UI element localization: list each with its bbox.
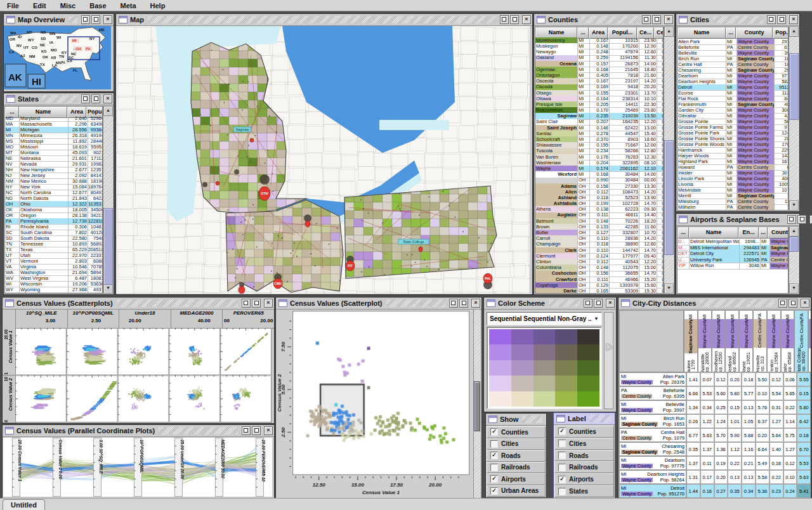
distance-cell[interactable]: 5.65 xyxy=(783,386,797,400)
table-row[interactable]: ChampaignOH0.1183889012.6003.09 xyxy=(535,242,663,247)
table-row[interactable]: Harper WoodsMIWayne County14254 xyxy=(678,153,788,159)
table-row[interactable]: U...University Park126945PACentre Co... xyxy=(678,257,788,263)
distance-cell[interactable]: 0.15 xyxy=(728,400,742,414)
distance-cell[interactable]: 0.31 xyxy=(769,400,783,414)
column-header[interactable]: ... xyxy=(759,227,768,239)
distance-cell[interactable]: 1.27 xyxy=(783,442,797,456)
close-button[interactable]: × xyxy=(103,95,112,103)
minimize-button[interactable] xyxy=(500,15,509,24)
table-row[interactable]: TNTennessee10.8935689283 xyxy=(5,241,102,247)
distance-row[interactable]: MIDearborn HeightsWayne CountyPop. 58264… xyxy=(619,470,810,484)
table-row[interactable]: BellevilleMIWayne County3997 xyxy=(678,50,788,56)
distance-cell[interactable]: 0.20 xyxy=(756,428,769,442)
color-swatch[interactable] xyxy=(555,344,577,360)
color-swatch[interactable] xyxy=(511,391,534,407)
titlebar-airports[interactable]: Airports & Seaplane Bases × xyxy=(676,214,799,226)
table-row[interactable]: PAPennsylvania12.73912281054 xyxy=(5,218,102,224)
close-button[interactable]: × xyxy=(664,15,673,24)
vertical-scrollbar[interactable]: ▲▼ xyxy=(103,106,113,294)
scroll-down-button[interactable]: ▼ xyxy=(103,284,113,294)
checkbox-row-airports[interactable]: ✓Airports xyxy=(554,473,614,485)
table-row[interactable]: GibraltarMIWayne County4264 xyxy=(678,113,788,119)
table-row[interactable]: ClintonOH0.1124054312.2003.15 xyxy=(535,259,663,265)
color-swatch[interactable] xyxy=(489,344,511,360)
titlebar-show[interactable]: Show xyxy=(486,414,546,426)
table-row[interactable]: ShiawasseeMI0.1557168712.0003.40 xyxy=(535,142,663,148)
table-row[interactable]: OKOklahoma18.0053450654 xyxy=(5,207,102,213)
table-row[interactable]: MerrillMISaginaw County782 xyxy=(678,193,788,199)
color-swatch[interactable] xyxy=(577,391,599,407)
table-row[interactable]: AthensOH0.1386222309.3003.33 xyxy=(535,206,663,212)
distance-cell[interactable]: 0.07 xyxy=(700,372,714,386)
checkbox[interactable] xyxy=(490,464,498,471)
distance-cell[interactable]: 5.41 xyxy=(797,484,811,498)
distance-column-header[interactable]: MIWayne CountyWyandottePop. 28006 xyxy=(698,310,712,372)
titlebar-states[interactable]: States × xyxy=(4,93,114,105)
checkbox-row-roads[interactable]: Roads xyxy=(554,450,614,462)
minimize-button[interactable] xyxy=(81,15,90,24)
distance-cell[interactable]: 1.27 xyxy=(769,414,783,428)
color-swatch[interactable] xyxy=(534,391,556,407)
vertical-scrollbar[interactable]: ▲▼ xyxy=(789,27,799,211)
distance-cell[interactable]: 5.54 xyxy=(769,386,783,400)
table-row[interactable]: OsceolaMI0.1672319714.2002.53 xyxy=(535,78,663,84)
checkbox[interactable]: ✓ xyxy=(490,475,498,483)
distance-cell[interactable]: 6.37 xyxy=(756,414,769,428)
table-row[interactable]: NENebraska21.6011711263 xyxy=(5,155,102,161)
maximize-button[interactable] xyxy=(252,426,261,435)
column-header[interactable]: Name xyxy=(678,27,726,39)
table-row[interactable]: MillheimPACentre County749 xyxy=(678,204,788,210)
table-row[interactable]: DETDetroit City222571MIWayne Co... xyxy=(678,251,788,257)
checkbox[interactable]: ✓ xyxy=(490,452,498,459)
scrollbar-thumb[interactable] xyxy=(789,237,799,252)
distance-cell[interactable]: 0.27 xyxy=(714,484,728,498)
distance-cell[interactable]: 0.18 xyxy=(742,372,756,386)
table-row[interactable]: ClermontOH0.12417797709.4004.45 xyxy=(535,253,663,259)
distance-cell[interactable]: 1.37 xyxy=(700,442,714,456)
table-row[interactable]: MNMinnesota26.3184919479 xyxy=(5,133,102,138)
table-row[interactable]: MOMissouri18.6195595211 xyxy=(5,144,102,150)
distance-cell[interactable]: 0.34 xyxy=(700,400,714,414)
color-swatch[interactable] xyxy=(577,376,599,391)
column-header[interactable]: County xyxy=(768,227,789,239)
titlebar-cities[interactable]: Cities × xyxy=(676,14,799,26)
checkbox[interactable]: ✓ xyxy=(490,428,498,436)
checkbox-row-roads[interactable]: ✓Roads xyxy=(487,450,546,462)
table-row[interactable]: LivoniaMIWayne County100545 xyxy=(678,181,788,187)
distance-row-header[interactable]: MIDearborn HeightsWayne CountyPop. 58264 xyxy=(619,470,686,484)
distance-cell[interactable]: 5.53 xyxy=(797,456,811,470)
close-button[interactable]: × xyxy=(103,15,112,24)
table-row[interactable]: CuyahogaOH0.129139397815.6007.43 xyxy=(535,282,663,288)
table-row[interactable]: InksterMIWayne County30115 xyxy=(678,170,788,176)
column-header[interactable]: Name xyxy=(689,227,738,239)
color-swatch[interactable] xyxy=(534,344,556,360)
distance-cell[interactable]: 0.20 xyxy=(728,372,742,386)
distance-cell[interactable]: 5.75 xyxy=(783,428,797,442)
distance-cell[interactable]: 5.77 xyxy=(742,386,756,400)
table-row[interactable]: OntonagonMI0.405781821.6001.57 xyxy=(535,72,663,78)
table-row[interactable]: NJNew Jersey2.0928414350 xyxy=(5,173,102,178)
color-swatch[interactable] xyxy=(534,376,556,391)
checkbox[interactable] xyxy=(558,440,566,447)
scroll-down-button[interactable]: ▼ xyxy=(789,200,799,211)
distance-cell[interactable]: 0.06 xyxy=(783,372,797,386)
table-row[interactable]: RoscommonMI0.1702546923.8002.64 xyxy=(535,107,663,113)
vertical-scrollbar[interactable]: ▲▼ xyxy=(664,27,674,294)
distance-cell[interactable]: 5.63 xyxy=(700,428,714,442)
titlebar-distances[interactable]: City-City Distances × xyxy=(619,298,811,310)
distance-cell[interactable]: 5.36 xyxy=(756,484,769,498)
distance-cell[interactable]: 5.58 xyxy=(756,470,769,484)
slider-pointer[interactable] xyxy=(606,343,612,351)
scroll-up-button[interactable]: ▲ xyxy=(789,226,799,237)
table-row[interactable]: OscodaMI0.169941820.2002.02 xyxy=(535,84,663,90)
titlebar-counties[interactable]: Counties × xyxy=(534,14,674,26)
color-swatch[interactable] xyxy=(555,329,577,344)
table-row[interactable]: PRPuerto Rico3.7623808610 xyxy=(5,292,102,293)
table-row[interactable]: Garden CityMIWayne County30047 xyxy=(678,107,788,113)
close-button[interactable]: × xyxy=(264,299,273,308)
color-swatch[interactable] xyxy=(511,344,534,360)
table-row[interactable]: OaklandMI0.259119415611.3006.08 xyxy=(535,55,663,61)
distance-row[interactable]: MIDearbornWayne CountyPop. 977751.370.11… xyxy=(619,456,810,470)
maximize-button[interactable] xyxy=(252,299,261,308)
color-swatch[interactable] xyxy=(489,329,511,344)
